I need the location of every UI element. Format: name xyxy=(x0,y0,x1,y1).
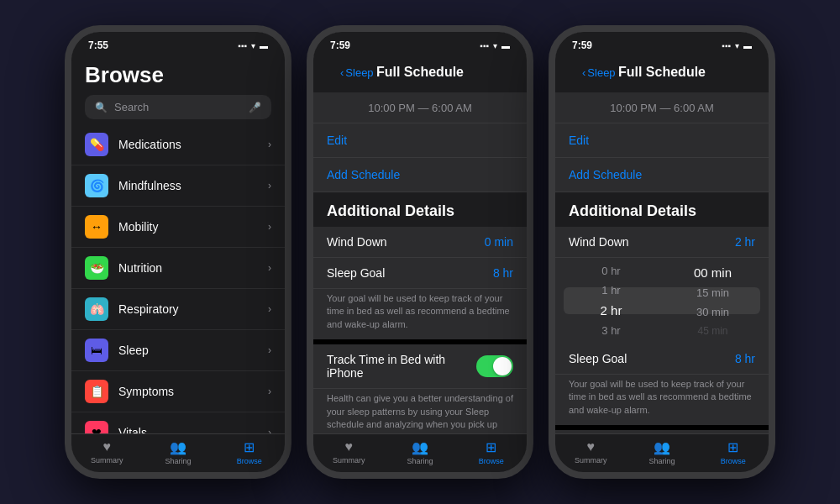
mobility-icon: ↔ xyxy=(91,220,102,234)
browse-label-3: Browse xyxy=(721,457,746,465)
sharing-label-2: Sharing xyxy=(407,457,433,465)
chevron-icon: › xyxy=(268,262,271,274)
summary-icon-3: ♥ xyxy=(587,439,596,454)
medications-icon: 💊 xyxy=(90,138,104,151)
picker-item-30min[interactable]: 30 min xyxy=(670,302,755,322)
tab-browse-2[interactable]: ⊞ Browse xyxy=(455,439,527,465)
chevron-icon: › xyxy=(268,221,271,233)
edit-link-2[interactable]: Edit xyxy=(327,129,513,152)
picker-item-1hr[interactable]: 1 hr xyxy=(569,281,654,300)
phone-1: 7:55 ▪▪▪ ▾ ▬ Browse 🔍 Search 🎤 xyxy=(65,25,291,479)
tab-sharing-1[interactable]: 👥 Sharing xyxy=(143,439,214,465)
browse-label-1: Browse xyxy=(237,457,262,465)
picker-item-2hr[interactable]: 2 hr xyxy=(569,300,654,321)
browse-label-2: Browse xyxy=(479,457,504,465)
menu-item-mindfulness[interactable]: 🌀 Mindfulness › xyxy=(71,165,285,207)
hours-column[interactable]: 0 hr 1 hr 2 hr 3 hr xyxy=(569,261,654,340)
picker-item-00min[interactable]: 00 min xyxy=(670,262,755,283)
signal-icon-1: ▪▪▪ xyxy=(238,41,247,50)
chevron-icon: › xyxy=(268,344,271,356)
sleep-goal-description-2: Your goal will be used to keep track of … xyxy=(313,289,527,339)
nutrition-label: Nutrition xyxy=(118,261,268,275)
sharing-label-1: Sharing xyxy=(165,457,191,465)
sharing-icon-2: 👥 xyxy=(412,439,428,455)
picker-item-0hr[interactable]: 0 hr xyxy=(569,261,654,281)
sleep-time-display-2: 10:00 PM — 6:00 AM xyxy=(327,98,513,118)
mic-icon: 🎤 xyxy=(249,102,261,113)
tab-sharing-2[interactable]: 👥 Sharing xyxy=(385,439,456,465)
back-button-2[interactable]: ‹ Sleep xyxy=(340,66,374,79)
picker-item-45min[interactable]: 45 min xyxy=(670,322,755,340)
tab-bar-2: ♥ Summary 👥 Sharing ⊞ Browse xyxy=(313,433,527,472)
menu-item-symptoms[interactable]: 📋 Symptoms › xyxy=(71,371,285,412)
sharing-label-3: Sharing xyxy=(648,457,675,465)
sleep-time-display-3: 10:00 PM — 6:00 AM xyxy=(569,98,755,118)
symptoms-label: Symptoms xyxy=(118,385,268,398)
track-time-row-2[interactable]: Track Time in Bed with iPhone xyxy=(313,344,527,389)
phone-2: 7:59 ▪▪▪ ▾ ▬ ‹ Sleep Full Schedule 10:00… xyxy=(307,25,533,479)
vitals-label: Vitals xyxy=(118,426,268,433)
tab-summary-1[interactable]: ♥ Summary xyxy=(71,439,143,465)
tab-browse-1[interactable]: ⊞ Browse xyxy=(213,439,285,465)
summary-icon-2: ♥ xyxy=(345,439,354,454)
chevron-icon: › xyxy=(268,386,271,397)
add-schedule-link-2[interactable]: Add Schedule xyxy=(327,163,513,186)
battery-icon-2: ▬ xyxy=(501,41,510,50)
menu-item-medications[interactable]: 💊 Medications › xyxy=(71,124,285,165)
picker-item-15min[interactable]: 15 min xyxy=(670,283,755,302)
wind-down-row-3[interactable]: Wind Down 2 hr xyxy=(555,227,769,258)
mindfulness-label: Mindfulness xyxy=(118,179,268,192)
menu-item-nutrition[interactable]: 🥗 Nutrition › xyxy=(71,248,285,289)
menu-item-mobility[interactable]: ↔ Mobility › xyxy=(71,207,285,248)
minutes-column[interactable]: 00 min 15 min 30 min 45 min xyxy=(670,262,755,340)
back-button-3[interactable]: ‹ Sleep xyxy=(582,66,616,79)
tab-summary-2[interactable]: ♥ Summary xyxy=(313,439,385,465)
track-time-label-2: Track Time in Bed with iPhone xyxy=(327,353,476,380)
phones-container: 7:55 ▪▪▪ ▾ ▬ Browse 🔍 Search 🎤 xyxy=(65,25,775,479)
sleep-goal-description-3: Your goal will be used to keep track of … xyxy=(555,375,769,425)
respiratory-label: Respiratory xyxy=(118,302,268,316)
additional-details-header-3: Additional Details xyxy=(555,192,769,227)
tab-sharing-3[interactable]: 👥 Sharing xyxy=(627,439,698,465)
chevron-icon: › xyxy=(268,139,271,150)
sleep-goal-value-2: 8 hr xyxy=(493,266,513,280)
vitals-icon: ❤ xyxy=(92,426,102,433)
medications-label: Medications xyxy=(118,138,268,151)
summary-label-3: Summary xyxy=(575,456,607,465)
wifi-icon-1: ▾ xyxy=(251,41,255,50)
edit-link-3[interactable]: Edit xyxy=(569,129,755,152)
wind-down-value-3: 2 hr xyxy=(735,235,755,249)
mindfulness-icon: 🌀 xyxy=(90,179,104,192)
signal-icon-3: ▪▪▪ xyxy=(722,41,731,50)
picker-item-3hr[interactable]: 3 hr xyxy=(569,321,654,340)
sleep-goal-label-3: Sleep Goal xyxy=(569,352,627,365)
menu-item-vitals[interactable]: ❤ Vitals › xyxy=(71,412,285,433)
status-bar-1: 7:55 ▪▪▪ ▾ ▬ xyxy=(71,32,285,55)
sleep-icon: 🛏 xyxy=(91,344,102,357)
browse-icon-2: ⊞ xyxy=(486,439,496,455)
status-time-3: 7:59 xyxy=(572,39,592,51)
tab-browse-3[interactable]: ⊞ Browse xyxy=(697,439,769,465)
menu-item-sleep[interactable]: 🛏 Sleep › xyxy=(71,330,285,371)
wind-down-row-2[interactable]: Wind Down 0 min xyxy=(313,227,527,258)
tab-summary-3[interactable]: ♥ Summary xyxy=(555,439,627,465)
track-time-toggle-2[interactable] xyxy=(476,355,513,377)
tab-bar-1: ♥ Summary 👥 Sharing ⊞ Browse xyxy=(71,433,285,472)
sleep-goal-row-2[interactable]: Sleep Goal 8 hr xyxy=(313,258,527,289)
respiratory-icon: 🫁 xyxy=(90,302,104,316)
menu-item-respiratory[interactable]: 🫁 Respiratory › xyxy=(71,289,285,330)
wind-down-label-3: Wind Down xyxy=(569,235,629,249)
wifi-icon-2: ▾ xyxy=(493,41,497,50)
sleep-goal-row-3[interactable]: Sleep Goal 8 hr xyxy=(555,344,769,375)
sleep-goal-value-3: 8 hr xyxy=(735,352,755,365)
search-icon: 🔍 xyxy=(95,102,108,113)
track-time-description-2: Health can give you a better understandi… xyxy=(313,389,527,433)
time-picker[interactable]: 0 hr 1 hr 2 hr 3 hr 00 min 15 min 30 min… xyxy=(555,258,769,344)
status-time-1: 7:55 xyxy=(88,39,108,51)
nutrition-icon: 🥗 xyxy=(90,261,104,275)
search-bar[interactable]: 🔍 Search 🎤 xyxy=(85,95,271,119)
add-schedule-link-3[interactable]: Add Schedule xyxy=(569,163,755,186)
status-bar-2: 7:59 ▪▪▪ ▾ ▬ xyxy=(313,32,527,55)
battery-icon-1: ▬ xyxy=(260,41,268,50)
nav-title-2: Full Schedule xyxy=(376,65,464,80)
